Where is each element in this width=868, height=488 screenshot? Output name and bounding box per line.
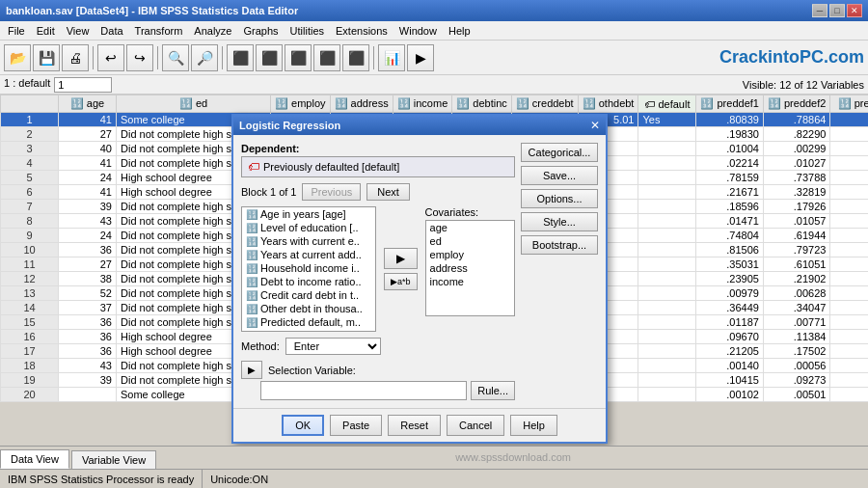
col-creddebt[interactable]: 🔢 creddebt	[511, 95, 578, 113]
col-preddef1[interactable]: 🔢 preddef1	[696, 95, 763, 113]
cell-preddef1[interactable]: .18596	[696, 200, 763, 214]
cell-predc[interactable]	[830, 142, 868, 156]
cell-default[interactable]	[638, 286, 696, 301]
cell-preddef2[interactable]: .01057	[763, 214, 829, 229]
cell-predc[interactable]	[830, 214, 868, 229]
cell-default[interactable]	[638, 373, 696, 388]
cell-preddef2[interactable]: .00501	[763, 388, 829, 402]
var-item-address[interactable]: 🔢Years at current add..	[242, 248, 375, 261]
covar-address[interactable]: address	[426, 261, 514, 275]
save-dialog-button[interactable]: Save...	[521, 166, 598, 185]
cell-age[interactable]: 38	[59, 272, 117, 286]
cell-preddef1[interactable]: .74804	[696, 229, 763, 243]
cell-predc[interactable]	[830, 243, 868, 258]
covariates-list[interactable]: age ed employ address income	[425, 220, 515, 316]
cell-preddef2[interactable]: .01027	[763, 156, 829, 171]
menu-view[interactable]: View	[61, 23, 95, 39]
cell-preddef1[interactable]: .02214	[696, 156, 763, 171]
var-item-employ[interactable]: 🔢Years with current e..	[242, 234, 375, 248]
cell-predc[interactable]	[830, 301, 868, 315]
covar-employ[interactable]: employ	[426, 248, 514, 261]
insert-cases-button[interactable]: ⬛	[227, 44, 254, 71]
cell-predc[interactable]	[830, 388, 868, 402]
cell-default[interactable]: Yes	[638, 113, 696, 127]
reset-button[interactable]: Reset	[388, 415, 441, 436]
cell-predc[interactable]	[830, 272, 868, 286]
cell-age[interactable]: 36	[59, 243, 117, 258]
cell-predc[interactable]	[830, 258, 868, 272]
cell-default[interactable]	[638, 258, 696, 272]
weight-button[interactable]: ⬛	[313, 44, 340, 71]
categorical-button[interactable]: Categorical...	[521, 143, 598, 162]
next-button[interactable]: Next	[366, 183, 410, 201]
menu-window[interactable]: Window	[393, 23, 443, 39]
cell-age[interactable]: 36	[59, 315, 117, 330]
dialog-close-button[interactable]: ✕	[590, 119, 600, 132]
covar-income[interactable]: income	[426, 275, 514, 288]
cell-age[interactable]: 41	[59, 185, 117, 200]
cell-preddef1[interactable]: .01004	[696, 142, 763, 156]
cell-default[interactable]	[638, 243, 696, 258]
cell-preddef2[interactable]: .21902	[763, 272, 829, 286]
cell-default[interactable]	[638, 301, 696, 315]
undo-button[interactable]: ↩	[97, 44, 124, 71]
minimize-button[interactable]: ─	[812, 4, 827, 17]
cell-age[interactable]: 36	[59, 344, 117, 359]
cell-age[interactable]: 41	[59, 113, 117, 127]
help-button[interactable]: Help	[510, 415, 557, 436]
menu-extensions[interactable]: Extensions	[330, 23, 393, 39]
cell-predc[interactable]	[830, 330, 868, 344]
split-button[interactable]: ⬛	[285, 44, 312, 71]
cell-age[interactable]: 36	[59, 330, 117, 344]
cell-preddef1[interactable]: .78159	[696, 171, 763, 185]
cell-preddef1[interactable]: .35031	[696, 258, 763, 272]
cell-age[interactable]: 39	[59, 373, 117, 388]
var-item-othdebt[interactable]: 🔢Other debt in thousa..	[242, 302, 375, 315]
cell-age[interactable]: 41	[59, 156, 117, 171]
cell-age[interactable]: 24	[59, 229, 117, 243]
cell-preddef2[interactable]: .32819	[763, 185, 829, 200]
cell-age[interactable]: 27	[59, 127, 117, 142]
cell-age[interactable]: 52	[59, 286, 117, 301]
ok-button[interactable]: OK	[282, 415, 324, 436]
cell-age[interactable]: 40	[59, 142, 117, 156]
cell-age[interactable]: 39	[59, 200, 117, 214]
cell-age[interactable]: 24	[59, 171, 117, 185]
cell-predc[interactable]	[830, 113, 868, 127]
cell-preddef2[interactable]: .61051	[763, 258, 829, 272]
cell-default[interactable]	[638, 142, 696, 156]
var-item-ed[interactable]: 🔢Level of education [..	[242, 221, 375, 234]
menu-file[interactable]: File	[2, 23, 31, 39]
col-preddef2[interactable]: 🔢 preddef2	[763, 95, 829, 113]
cell-preddef2[interactable]: .00299	[763, 142, 829, 156]
cell-default[interactable]	[638, 200, 696, 214]
cell-default[interactable]	[638, 388, 696, 402]
cell-age[interactable]	[59, 388, 117, 402]
var-item-preddef1[interactable]: 🔢Predicted default, m..	[242, 315, 375, 329]
cell-preddef1[interactable]: .23905	[696, 272, 763, 286]
cell-age[interactable]: 37	[59, 301, 117, 315]
move-to-interaction-button[interactable]: ▶a*b	[384, 273, 418, 290]
col-ed[interactable]: 🔢 ed	[117, 95, 271, 113]
cell-preddef2[interactable]: .82290	[763, 127, 829, 142]
cell-value-input[interactable]	[54, 77, 112, 93]
cell-predc[interactable]	[830, 171, 868, 185]
cell-preddef1[interactable]: .00979	[696, 286, 763, 301]
cell-default[interactable]	[638, 127, 696, 142]
cell-age[interactable]: 27	[59, 258, 117, 272]
cell-preddef1[interactable]: .81506	[696, 243, 763, 258]
cell-preddef2[interactable]: .09273	[763, 373, 829, 388]
style-button[interactable]: Style...	[521, 212, 598, 231]
insert-vars-button[interactable]: ⬛	[256, 44, 283, 71]
cell-preddef1[interactable]: .09670	[696, 330, 763, 344]
cell-preddef1[interactable]: .21671	[696, 185, 763, 200]
cell-default[interactable]	[638, 359, 696, 373]
cell-preddef1[interactable]: .21205	[696, 344, 763, 359]
cell-default[interactable]	[638, 344, 696, 359]
cell-preddef2[interactable]: .00628	[763, 286, 829, 301]
find-button[interactable]: 🔎	[191, 44, 218, 71]
col-predc[interactable]: 🔢 predc	[830, 95, 868, 113]
var-item-age[interactable]: 🔢Age in years [age]	[242, 207, 375, 221]
rule-button[interactable]: Rule...	[471, 381, 515, 400]
cell-default[interactable]	[638, 272, 696, 286]
